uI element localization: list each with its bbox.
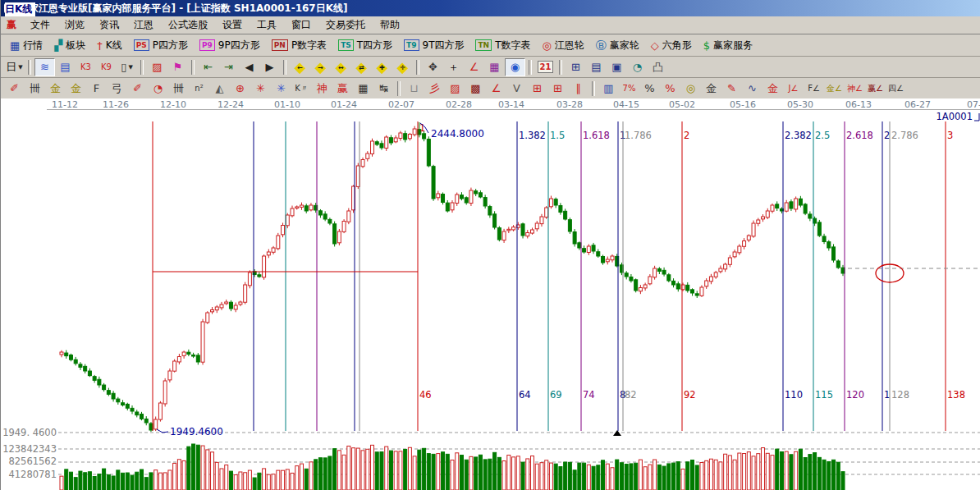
symbol-corner-icon: [974, 113, 979, 121]
toolbar-t-square-button[interactable]: TST四方形: [332, 36, 398, 55]
tool-compress-horizontal-button[interactable]: ◆⇄: [351, 58, 372, 76]
toolbar-t-number-table-button[interactable]: TNT数字表: [469, 36, 536, 55]
tool-candle-style-button[interactable]: ▯▼: [117, 58, 137, 76]
tool-circle-gauge-button[interactable]: ◔: [148, 80, 168, 98]
tool-gann-web-box-button[interactable]: ✳: [271, 80, 291, 98]
toolbar-p-square-button[interactable]: PSP四方形: [128, 36, 194, 55]
menu-file[interactable]: 文件: [23, 16, 57, 34]
tool-notepad-button[interactable]: ▤: [586, 58, 607, 76]
tool-k-quote-button[interactable]: K〃: [291, 80, 312, 98]
tool-gann-grid-tool-button[interactable]: ▦: [484, 58, 505, 76]
tool-ray-box-dark-button[interactable]: ▩: [465, 80, 486, 98]
menu-settings[interactable]: 设置: [215, 16, 250, 34]
tool-bars-blue-button[interactable]: ▥: [598, 80, 619, 98]
tool-reset-zoom-button[interactable]: ◆✛: [392, 58, 413, 76]
tool-save-button[interactable]: ▣: [607, 58, 627, 76]
tool-page-prev-button[interactable]: ◀: [239, 58, 259, 76]
tool-period-daily-button[interactable]: 日▼: [4, 58, 25, 76]
tool-ray-box-button[interactable]: ▨: [445, 80, 465, 98]
tool-ray-fan-button[interactable]: 彡: [424, 80, 445, 98]
toolbar-gann-wheel-button[interactable]: ◎江恩轮: [536, 36, 589, 55]
period-daily-caret-icon[interactable]: ▼: [18, 64, 22, 71]
tool-gold-line-button[interactable]: 金: [701, 80, 721, 98]
tool-calendar-21-button[interactable]: 21: [535, 58, 556, 76]
tool-pen-2-button[interactable]: ✎: [721, 80, 742, 98]
toolbar-winner-service-button[interactable]: $赢家服务: [698, 36, 758, 55]
tool-bow-grid-button[interactable]: 弓: [107, 80, 127, 98]
menu-window[interactable]: 窗口: [284, 16, 318, 34]
tool-expand-horizontal-button[interactable]: ◆↔: [331, 58, 351, 76]
tool-grid-box-2-button[interactable]: ⊞: [547, 80, 568, 98]
toolbar-sectors-button[interactable]: ▞板块: [48, 36, 91, 55]
tool-angle-shen-button[interactable]: 神∠: [845, 80, 865, 98]
tool-gold-red-button[interactable]: 金: [762, 80, 783, 98]
tool-percent-7-button[interactable]: 7%: [619, 80, 639, 98]
menu-trade[interactable]: 交易委托: [318, 16, 373, 34]
tool-grid-2-button[interactable]: 卌: [168, 80, 189, 98]
menu-news[interactable]: 资讯: [92, 16, 126, 34]
toolbar-9t-square-button[interactable]: T99T四方形: [398, 36, 469, 55]
tool-n-square-button[interactable]: n²: [189, 80, 209, 98]
tool-expand-all-button[interactable]: ◆✚: [372, 58, 392, 76]
tool-f-grid-button[interactable]: F: [86, 80, 107, 98]
tool-region-select-button[interactable]: ▨: [147, 58, 167, 76]
tool-kline-9-button[interactable]: K9: [96, 58, 117, 76]
tool-rocket-tool-button[interactable]: ✐: [127, 80, 148, 98]
toolbar-quotes-button[interactable]: ▦行情: [4, 36, 48, 55]
tool-kline-3-button[interactable]: K3: [76, 58, 96, 76]
tool-draw-pen-button[interactable]: ✐: [4, 80, 25, 98]
tool-box-tool-button[interactable]: ⊔: [404, 80, 424, 98]
tool-gold-circle-button[interactable]: ◎: [680, 80, 701, 98]
tool-angle-si-button[interactable]: 四∠: [886, 80, 906, 98]
tool-angle-gold-button[interactable]: 金∠: [824, 80, 845, 98]
tool-gold-grid-1-button[interactable]: 金: [45, 80, 66, 98]
tool-gold-grid-2-button[interactable]: 金: [66, 80, 86, 98]
candle-style-caret-icon[interactable]: ▼: [128, 64, 132, 71]
menu-browse[interactable]: 浏览: [57, 16, 92, 34]
tool-ying-grid-button[interactable]: 赢: [332, 80, 353, 98]
menu-gann[interactable]: 江恩: [126, 16, 161, 34]
tool-angle-mirror-button[interactable]: ◭: [209, 80, 230, 98]
tool-goto-last-button[interactable]: ⇥: [218, 58, 239, 76]
tool-angle-lines-button[interactable]: ∠: [486, 80, 506, 98]
toolbar-winner-wheel-button[interactable]: Ⓑ赢家轮: [590, 36, 645, 55]
tool-print-button[interactable]: 凸: [648, 58, 668, 76]
tool-percent-button[interactable]: %: [639, 80, 660, 98]
toolbar-p-number-table-button[interactable]: PNP数字表: [266, 36, 332, 55]
tool-calculator-button[interactable]: ⊞: [566, 58, 586, 76]
tool-save-history-button[interactable]: ◔: [627, 58, 648, 76]
tool-info-view-button[interactable]: ▤: [55, 58, 76, 76]
tool-gann-grid-button[interactable]: 卌: [25, 80, 45, 98]
tool-v-lines-button[interactable]: Ⅴ: [506, 80, 527, 98]
tool-shrink-right-button[interactable]: ◆→: [310, 58, 331, 76]
menu-help[interactable]: 帮助: [373, 16, 407, 34]
tool-pattern-view-button[interactable]: ≋: [34, 58, 55, 76]
y-axis-label: 123842343: [2, 443, 57, 455]
tool-angle-ying-button[interactable]: 赢∠: [865, 80, 886, 98]
tool-percent-line-button[interactable]: %: [660, 80, 680, 98]
chart-canvas[interactable]: 1461.382641.5691.61874181.786822922.3821…: [1, 110, 980, 490]
tool-wave-tool-button[interactable]: ∿: [742, 80, 762, 98]
tool-crosshair-button[interactable]: ＋: [443, 58, 464, 76]
menu-formula-pick[interactable]: 公式选股: [161, 16, 215, 34]
tool-shen-grid-button[interactable]: 神: [312, 80, 332, 98]
tool-span-arrows-button[interactable]: ↹: [373, 80, 394, 98]
tool-ruler-grid-button[interactable]: ▦: [353, 80, 373, 98]
toolbar-kline-button[interactable]: †K线: [91, 36, 127, 55]
toolbar-9p-square-button[interactable]: P99P四方形: [194, 36, 266, 55]
tool-flag-mark-button[interactable]: ⚑: [167, 58, 188, 76]
tool-angle-f-button[interactable]: F∠: [804, 80, 824, 98]
tool-pan-hand-button[interactable]: ✥: [423, 58, 443, 76]
tool-angle-j-button[interactable]: J∠: [783, 80, 804, 98]
tool-gann-web-button[interactable]: ✳: [250, 80, 271, 98]
tool-compass-button[interactable]: ⊕: [230, 80, 250, 98]
tool-goto-first-button[interactable]: ⇤: [198, 58, 218, 76]
tool-world-view-button[interactable]: ◉: [505, 58, 525, 76]
tool-shrink-left-button[interactable]: ◆←: [290, 58, 310, 76]
tool-page-next-button[interactable]: ▶: [259, 58, 280, 76]
tool-grid-box-1-button[interactable]: ⊞: [527, 80, 547, 98]
tool-parallel-lines-button[interactable]: ∥: [568, 80, 588, 98]
menu-tools[interactable]: 工具: [250, 16, 284, 34]
tool-angle-measure-button[interactable]: ∠: [464, 58, 484, 76]
toolbar-hexagon-button[interactable]: ◇六角形: [645, 36, 698, 55]
